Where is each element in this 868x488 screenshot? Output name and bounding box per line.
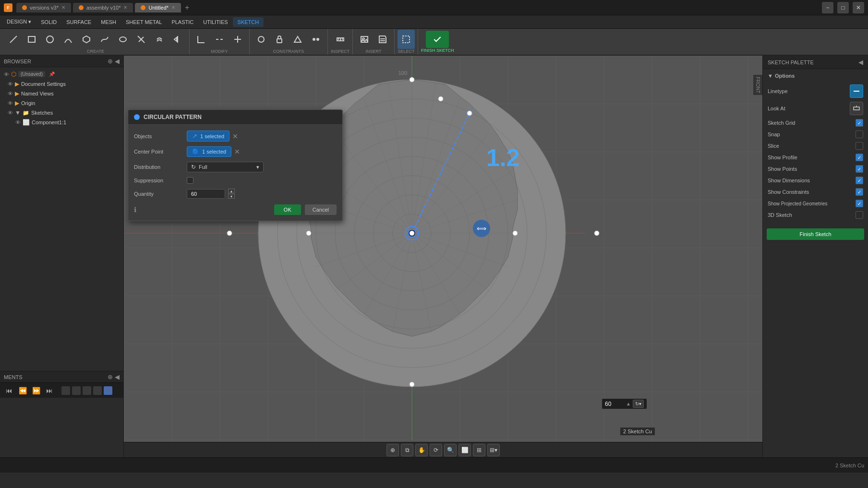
slice-checkbox[interactable]	[856, 142, 863, 150]
linetype-row: Linetype	[768, 83, 863, 100]
menu-mesh[interactable]: MESH	[96, 17, 121, 27]
tree-item-doc-settings[interactable]: 👁 ▶ Document Settings	[0, 79, 123, 89]
canvas-qty-up[interactable]: ▲	[626, 401, 631, 406]
ellipse-tool[interactable]	[114, 30, 132, 49]
spline-tool[interactable]	[96, 30, 113, 49]
tree-item-named-views[interactable]: 👁 ▶ Named Views	[0, 89, 123, 98]
new-tab-button[interactable]: +	[185, 3, 189, 12]
center-point-badge[interactable]: 🔵 1 selected	[187, 146, 231, 157]
menu-solid[interactable]: SOLID	[36, 17, 61, 27]
snap-checkbox[interactable]	[856, 131, 863, 138]
insert-dxf[interactable]	[374, 30, 391, 49]
quantity-input[interactable]: 60	[187, 189, 225, 199]
show-profile-checkbox[interactable]	[856, 154, 863, 161]
dialog-title: CIRCULAR PATTERN	[144, 114, 202, 120]
tab-untitled[interactable]: Untitled* ✕	[135, 3, 181, 12]
svg-marker-3	[83, 36, 90, 43]
circle-tool[interactable]	[41, 30, 59, 49]
canvas-copy-button[interactable]: ⧉	[401, 444, 413, 456]
insert-image[interactable]	[356, 30, 373, 49]
inspect-measure[interactable]	[332, 30, 349, 49]
canvas-orbit-button[interactable]: ⟳	[430, 444, 442, 456]
palette-collapse-button[interactable]: ◀	[858, 59, 863, 66]
close-icon[interactable]: ✕	[171, 5, 175, 10]
lookat-button[interactable]	[850, 102, 863, 115]
bottom-collapse-button[interactable]: ◀	[115, 373, 120, 381]
more-modify[interactable]	[229, 30, 246, 49]
tree-item-unsaved[interactable]: 👁 ⬡ (Unsaved) 📌	[0, 69, 123, 79]
qty-down-button[interactable]: ▼	[228, 194, 235, 199]
canvas-qty-input[interactable]	[605, 401, 624, 407]
objects-selected-badge[interactable]: ↗ 1 selected	[187, 131, 229, 142]
options-section-header[interactable]: ▼ Options	[768, 73, 863, 79]
show-dimensions-checkbox[interactable]	[856, 177, 863, 184]
play-prev-button[interactable]: ⏪	[17, 385, 28, 396]
close-icon[interactable]: ✕	[123, 5, 127, 10]
menu-plastic[interactable]: PLASTIC	[167, 17, 198, 27]
tab-label: assembly v10*	[86, 5, 121, 11]
canvas-pan-button[interactable]: ✋	[415, 444, 428, 456]
maximize-button[interactable]: □	[837, 2, 849, 13]
browser-collapse-button[interactable]: ◀	[115, 58, 120, 65]
canvas-area[interactable]: 100 50 0 -200 -150 -100 -50 50	[124, 56, 762, 457]
qty-up-button[interactable]: ▲	[228, 189, 235, 193]
lookat-label: Look At	[768, 106, 785, 111]
finish-sketch-button[interactable]	[426, 31, 449, 48]
cancel-button[interactable]: Cancel	[305, 204, 337, 215]
tab-versions[interactable]: versions v3* ✕	[16, 3, 71, 12]
show-constraints-checkbox[interactable]	[856, 188, 863, 196]
bottom-expand-button[interactable]: ⊕	[108, 373, 113, 381]
constraints-label: CONSTRAINTS	[273, 49, 304, 54]
canvas-grid-button[interactable]: ⊞	[473, 444, 485, 456]
tree-item-sketches[interactable]: 👁 ▼ 📁 Sketches	[0, 108, 123, 118]
canvas-more-button[interactable]: ⊞▾	[487, 444, 500, 456]
menu-utilities[interactable]: UTILITIES	[198, 17, 232, 27]
canvas-snap-button[interactable]: ⊕	[386, 444, 399, 456]
offset-tool[interactable]	[151, 30, 168, 49]
polygon-tool[interactable]	[78, 30, 95, 49]
play-start-button[interactable]: ⏮	[4, 385, 14, 396]
close-button[interactable]: ✕	[853, 2, 864, 13]
constraint-triangle[interactable]	[289, 30, 306, 49]
mirror-tool[interactable]	[169, 30, 186, 49]
rectangle-tool[interactable]	[23, 30, 40, 49]
constraint-more[interactable]	[307, 30, 325, 49]
sketch-grid-checkbox[interactable]	[856, 119, 863, 127]
tree-item-origin[interactable]: 👁 ▶ Origin	[0, 98, 123, 108]
constraint-coincident[interactable]	[253, 30, 270, 49]
menu-sketch[interactable]: SKETCH	[233, 17, 264, 27]
suppression-checkbox[interactable]	[187, 177, 193, 184]
show-projected-checkbox[interactable]	[856, 200, 863, 207]
canvas-display-button[interactable]: ⬜	[458, 444, 471, 456]
tab-assembly[interactable]: assembly v10* ✕	[73, 3, 133, 12]
minimize-button[interactable]: −	[822, 2, 833, 13]
canvas-mode-btn[interactable]: ↻▾	[633, 400, 644, 408]
play-end-button[interactable]: ⏭	[44, 385, 55, 396]
canvas-zoom-button[interactable]: 🔍	[444, 444, 457, 456]
line-tool[interactable]	[5, 30, 22, 49]
menu-design[interactable]: DESIGN ▾	[2, 17, 36, 27]
sketch-3d-checkbox[interactable]	[856, 211, 863, 219]
tree-item-component[interactable]: 👁 ⬜ Component1:1	[0, 118, 123, 127]
objects-clear-button[interactable]: ✕	[232, 132, 238, 140]
menu-surface[interactable]: SURFACE	[61, 17, 96, 27]
linetype-button[interactable]	[850, 84, 863, 98]
suppression-value	[187, 177, 337, 184]
center-point-clear-button[interactable]: ✕	[234, 148, 240, 155]
select-tool[interactable]	[398, 30, 415, 49]
browser-expand-button[interactable]: ⊕	[108, 58, 113, 65]
show-constraints-row: Show Constraints	[768, 186, 863, 198]
close-icon[interactable]: ✕	[61, 5, 65, 10]
fillet-tool[interactable]	[193, 30, 210, 49]
arc-tool[interactable]	[60, 30, 77, 49]
constraint-lock[interactable]	[271, 30, 288, 49]
play-next-button[interactable]: ⏩	[31, 385, 41, 396]
menu-sheet-metal[interactable]: SHEET METAL	[121, 17, 167, 27]
trim-tool[interactable]	[133, 30, 150, 49]
options-chevron: ▼	[768, 73, 773, 79]
break-tool[interactable]	[211, 30, 228, 49]
ok-button[interactable]: OK	[274, 204, 301, 215]
finish-sketch-palette-button[interactable]: Finish Sketch	[767, 228, 864, 240]
show-points-checkbox[interactable]	[856, 165, 863, 173]
distribution-dropdown[interactable]: ↻ Full ▾	[187, 162, 264, 172]
